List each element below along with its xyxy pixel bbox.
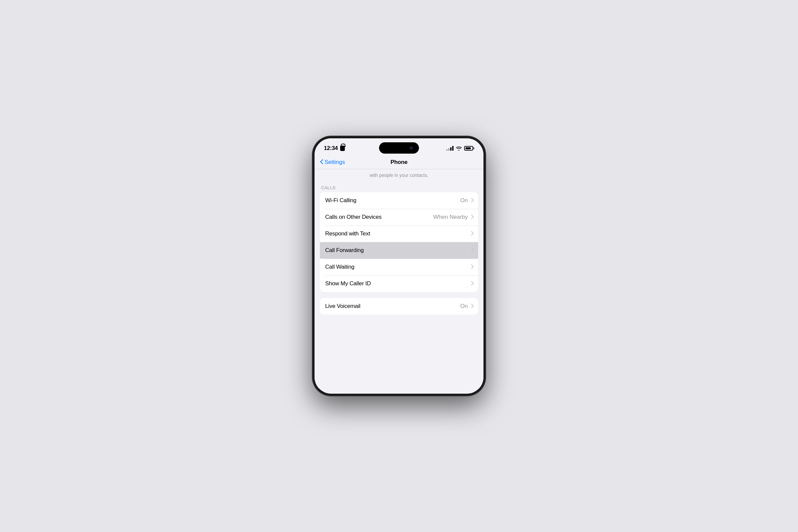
navigation-bar: Settings Phone xyxy=(315,156,483,169)
respond-with-text-value-area xyxy=(468,231,473,236)
calls-other-devices-value: When Nearby xyxy=(433,214,468,221)
show-caller-id-chevron-icon xyxy=(470,281,473,286)
section-header-calls: CALLS xyxy=(315,183,483,192)
back-button-label: Settings xyxy=(324,159,345,166)
respond-with-text-label: Respond with Text xyxy=(325,230,370,237)
live-voicemail-value: On xyxy=(460,303,468,309)
wifi-calling-row[interactable]: Wi-Fi Calling On xyxy=(320,192,478,209)
signal-bar-3 xyxy=(450,147,452,151)
live-voicemail-value-area: On xyxy=(460,303,473,309)
calls-other-devices-chevron-icon xyxy=(470,215,473,220)
wifi-calling-label: Wi-Fi Calling xyxy=(325,197,357,204)
respond-with-text-chevron-icon xyxy=(470,231,473,236)
page-title: Phone xyxy=(391,159,407,166)
wifi-calling-value: On xyxy=(460,197,468,204)
battery-fill xyxy=(466,147,471,149)
status-icons xyxy=(446,146,474,151)
call-waiting-label: Call Waiting xyxy=(325,264,355,270)
live-voicemail-row[interactable]: Live Voicemail On xyxy=(320,298,478,315)
wifi-calling-chevron-icon xyxy=(470,198,473,203)
live-voicemail-label: Live Voicemail xyxy=(325,303,360,309)
status-bar: 12:34 xyxy=(315,138,483,156)
show-caller-id-label: Show My Caller ID xyxy=(325,280,371,287)
show-caller-id-row[interactable]: Show My Caller ID xyxy=(320,275,478,292)
signal-bar-4 xyxy=(452,146,454,151)
call-forwarding-value-area xyxy=(468,248,473,253)
call-waiting-value-area xyxy=(468,265,473,269)
camera-dot xyxy=(410,146,413,150)
signal-bar-1 xyxy=(446,149,448,151)
calls-other-devices-value-area: When Nearby xyxy=(433,214,473,221)
call-waiting-chevron-icon xyxy=(470,265,473,269)
back-button[interactable]: Settings xyxy=(320,159,345,166)
settings-content: with people in your contacts. CALLS Wi-F… xyxy=(315,169,483,389)
live-voicemail-chevron-icon xyxy=(470,304,473,308)
battery-tip xyxy=(474,147,474,149)
status-time: 12:34 xyxy=(324,145,338,152)
battery-body xyxy=(464,146,473,151)
calls-settings-card: Wi-Fi Calling On Calls on Other Devices … xyxy=(320,192,478,292)
call-forwarding-label: Call Forwarding xyxy=(325,247,364,254)
call-forwarding-row[interactable]: Call Forwarding xyxy=(320,242,478,259)
call-forwarding-chevron-icon xyxy=(470,248,473,253)
back-chevron-icon xyxy=(320,159,323,165)
status-time-area: 12:34 xyxy=(324,145,345,152)
signal-bar-2 xyxy=(448,148,450,151)
screen-content: with people in your contacts. CALLS Wi-F… xyxy=(315,169,483,389)
dynamic-island xyxy=(379,142,419,154)
wifi-icon xyxy=(456,146,462,151)
battery-icon xyxy=(464,146,474,151)
call-waiting-row[interactable]: Call Waiting xyxy=(320,259,478,275)
calls-other-devices-label: Calls on Other Devices xyxy=(325,214,381,221)
voicemail-settings-card: Live Voicemail On xyxy=(320,298,478,315)
wifi-calling-value-area: On xyxy=(460,197,473,204)
calls-other-devices-row[interactable]: Calls on Other Devices When Nearby xyxy=(320,209,478,225)
respond-with-text-row[interactable]: Respond with Text xyxy=(320,225,478,242)
sub-text: with people in your contacts. xyxy=(315,169,483,183)
signal-icon xyxy=(446,146,454,151)
phone-screen: 12:34 xyxy=(315,138,483,394)
screen-lock-icon xyxy=(340,146,345,151)
phone-device: 12:34 xyxy=(312,136,486,396)
show-caller-id-value-area xyxy=(468,281,473,286)
